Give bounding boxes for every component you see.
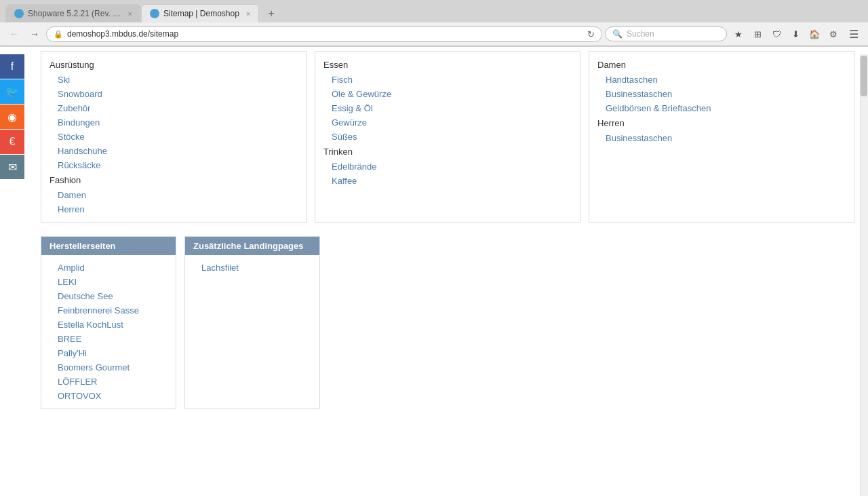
item-bindungen[interactable]: Bindungen	[41, 115, 306, 130]
item-rucksacke[interactable]: Rücksäcke	[41, 158, 306, 172]
item-estella-kochlust[interactable]: Estella KochLust	[41, 318, 176, 332]
category-box-col1: Ausrüstung Ski Snowboard Zubehör Bindung…	[41, 51, 307, 223]
back-button[interactable]: ←	[5, 25, 23, 43]
item-lachsfilet[interactable]: Lachsfilet	[185, 261, 319, 275]
home-button[interactable]: 🏠	[806, 25, 823, 43]
item-ole-gewurze[interactable]: Öle & Gewürze	[315, 87, 580, 101]
euro-button[interactable]: €	[0, 130, 24, 154]
search-placeholder: Suchen	[627, 29, 654, 39]
group-label-essen: Essen	[315, 57, 580, 73]
shopware-tab-title: Shopware 5.2.21 (Rev. 2017...	[28, 9, 121, 18]
download-button[interactable]: ⬇	[787, 25, 804, 43]
search-icon: 🔍	[612, 29, 623, 39]
demoshop-tab-icon	[150, 9, 159, 18]
search-bar[interactable]: 🔍 Suchen	[605, 26, 727, 41]
item-gewurze[interactable]: Gewürze	[315, 115, 580, 130]
item-businesstaschen-damen[interactable]: Businesstaschen	[589, 87, 854, 101]
nav-icons: ★ ⊞ 🛡 ⬇ 🏠 ⚙	[730, 25, 842, 43]
category-box-col2: Essen Fisch Öle & Gewürze Essig & Öl Gew…	[315, 51, 580, 223]
item-stocke[interactable]: Stöcke	[41, 130, 306, 144]
shopware-tab-close[interactable]: ×	[128, 9, 132, 18]
tab-demoshop[interactable]: Sitemap | Demoshop ×	[141, 4, 259, 22]
refresh-button[interactable]: ↻	[587, 29, 595, 39]
item-pallyhi[interactable]: Pally'Hi	[41, 346, 176, 360]
facebook-icon: f	[11, 60, 14, 73]
landingpages-body: Lachsfilet	[185, 255, 319, 280]
forward-button[interactable]: →	[26, 25, 43, 43]
new-tab-button[interactable]: +	[262, 5, 281, 22]
tab-shopware[interactable]: Shopware 5.2.21 (Rev. 2017... ×	[5, 4, 141, 22]
landingpages-box: Zusätzliche Landingpages Lachsfilet	[184, 236, 320, 409]
group-label-ausruestung: Ausrüstung	[41, 57, 306, 73]
item-leki[interactable]: LEKI	[41, 275, 176, 289]
demoshop-tab-title: Sitemap | Demoshop	[163, 9, 239, 18]
col3-body: Damen Handtaschen Businesstaschen Geldbö…	[589, 52, 854, 151]
category-box-col3: Damen Handtaschen Businesstaschen Geldbö…	[589, 51, 854, 223]
item-ortovox[interactable]: ORTOVOX	[41, 389, 176, 403]
shopware-tab-icon	[14, 9, 24, 18]
scrollbar[interactable]	[860, 54, 868, 492]
home-tab-button[interactable]: ⊞	[749, 25, 766, 43]
group-label-herren: Herren	[589, 115, 854, 131]
item-suses[interactable]: Süßes	[315, 130, 580, 144]
herstellerseiten-body: Amplid LEKI Deutsche See Feinbrennerei S…	[41, 255, 176, 408]
browser-chrome: Shopware 5.2.21 (Rev. 2017... × Sitemap …	[0, 0, 868, 47]
item-geldborsenbrieftaschen[interactable]: Geldbörsen & Brieftaschen	[589, 101, 854, 115]
item-fashion-herren[interactable]: Herren	[41, 202, 306, 216]
demoshop-tab-close[interactable]: ×	[246, 9, 250, 18]
landingpages-header: Zusätzliche Landingpages	[185, 237, 319, 255]
group-label-damen: Damen	[589, 57, 854, 73]
item-fisch[interactable]: Fisch	[315, 73, 580, 87]
item-edelbrandne[interactable]: Edelbrände	[315, 159, 580, 174]
item-handschuhe[interactable]: Handschuhe	[41, 144, 306, 158]
email-icon: ✉	[8, 161, 17, 174]
item-zubehor[interactable]: Zubehör	[41, 101, 306, 115]
item-deutsche-see[interactable]: Deutsche See	[41, 289, 176, 303]
item-handtaschen[interactable]: Handtaschen	[589, 73, 854, 87]
shield-button[interactable]: 🛡	[768, 25, 785, 43]
group-label-fashion: Fashion	[41, 172, 306, 188]
item-loffler[interactable]: LÖFFLER	[41, 375, 176, 389]
rss-icon: ◉	[7, 111, 17, 123]
group-label-trinken: Trinken	[315, 144, 580, 159]
settings-button[interactable]: ⚙	[825, 25, 842, 43]
scrollbar-thumb[interactable]	[861, 56, 867, 96]
item-snowboard[interactable]: Snowboard	[41, 87, 306, 101]
herstellerseiten-box: Herstellerseiten Amplid LEKI Deutsche Se…	[41, 236, 176, 409]
twitter-button[interactable]: 🐦	[0, 79, 24, 104]
email-button[interactable]: ✉	[0, 155, 24, 179]
col2-body: Essen Fisch Öle & Gewürze Essig & Öl Gew…	[315, 52, 580, 193]
star-button[interactable]: ★	[730, 25, 747, 43]
item-ski[interactable]: Ski	[41, 73, 306, 87]
herstellerseiten-header: Herstellerseiten	[41, 237, 176, 255]
main-area: Ausrüstung Ski Snowboard Zubehör Bindung…	[27, 51, 868, 492]
sitemap-top-section: Ausrüstung Ski Snowboard Zubehör Bindung…	[41, 51, 854, 223]
nav-bar: ← → 🔒 demoshop3.mbdus.de/sitemap ↻ 🔍 Suc…	[0, 22, 868, 46]
item-feinbrennerei-sasse[interactable]: Feinbrennerei Sasse	[41, 303, 176, 318]
item-businesstaschen-herren[interactable]: Businesstaschen	[589, 131, 854, 145]
menu-button[interactable]: ☰	[845, 25, 863, 43]
rss-button[interactable]: ◉	[0, 104, 24, 129]
euro-icon: €	[9, 136, 16, 148]
address-bar[interactable]: 🔒 demoshop3.mbdus.de/sitemap ↻	[46, 26, 602, 42]
item-fashion-damen[interactable]: Damen	[41, 188, 306, 202]
url-text: demoshop3.mbdus.de/sitemap	[67, 29, 583, 39]
item-bree[interactable]: BREE	[41, 332, 176, 346]
item-kaffee[interactable]: Kaffee	[315, 174, 580, 188]
item-essig-ol[interactable]: Essig & Öl	[315, 101, 580, 115]
tab-bar: Shopware 5.2.21 (Rev. 2017... × Sitemap …	[0, 0, 868, 22]
item-amplid[interactable]: Amplid	[41, 261, 176, 275]
facebook-button[interactable]: f	[0, 54, 24, 79]
item-boomers-gourmet[interactable]: Boomers Gourmet	[41, 360, 176, 375]
sitemap-bottom-section: Herstellerseiten Amplid LEKI Deutsche Se…	[41, 236, 854, 409]
col1-body: Ausrüstung Ski Snowboard Zubehör Bindung…	[41, 52, 306, 222]
social-sidebar: f 🐦 ◉ € ✉	[0, 54, 24, 180]
lock-icon: 🔒	[54, 30, 63, 39]
twitter-icon: 🐦	[5, 85, 19, 98]
